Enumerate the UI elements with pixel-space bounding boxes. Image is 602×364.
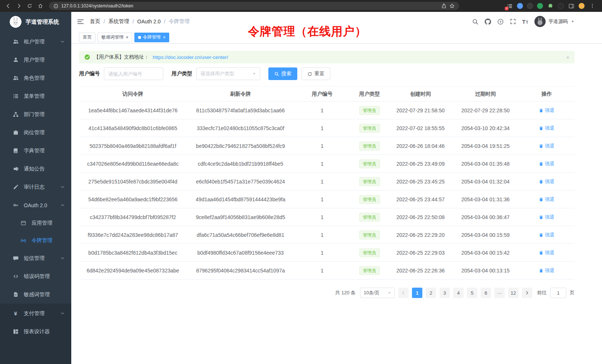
created-time-cell: 2022-06-25 22:50:08 (389, 208, 452, 226)
extension-paw-icon[interactable] (558, 3, 564, 9)
force-logout-button[interactable]: 强退 (539, 107, 554, 114)
prev-page-button[interactable] (398, 288, 409, 298)
refresh-token-cell: 811c530487574fa0af1a59d3abc1aa66 (187, 102, 294, 119)
tab-sensitive-word[interactable]: 敏感词管理× (98, 33, 132, 42)
search-icon[interactable] (472, 19, 478, 25)
fullscreen-icon[interactable] (510, 19, 516, 24)
extension-icon[interactable]: 0 (506, 3, 513, 9)
page-button-12[interactable]: 12 (508, 288, 518, 298)
help-icon[interactable]: ? (497, 19, 504, 25)
github-icon[interactable] (485, 19, 491, 25)
reload-button[interactable] (26, 2, 33, 10)
sidebar-item-oauth2[interactable]: OAuth 2.0 (0, 196, 71, 214)
force-logout-button[interactable]: 强退 (539, 143, 554, 149)
user-type-cell: 管理员 (350, 137, 389, 155)
user-type-cell: 管理员 (350, 173, 389, 191)
sidebar-item-menu[interactable]: 菜单管理 (0, 87, 71, 105)
hamburger-icon[interactable] (77, 19, 84, 24)
sidebar-item-sensitive-word[interactable]: 敏感词管理 (0, 285, 71, 304)
force-logout-button[interactable]: 强退 (539, 161, 554, 167)
home-button[interactable] (37, 2, 44, 10)
breadcrumb: 首页/系统管理/OAuth 2.0/令牌管理 (90, 18, 190, 25)
sidebar-item-error-code[interactable]: 错误码管理 (0, 267, 71, 285)
sidebar-item-dept[interactable]: 部门管理 (0, 105, 71, 123)
action-cell: 强退 (519, 173, 575, 191)
sidebar-item-user[interactable]: 用户管理 (0, 51, 71, 69)
breadcrumb-item[interactable]: 系统管理 (108, 18, 129, 25)
force-logout-button[interactable]: 强退 (539, 232, 554, 238)
page-button-1[interactable]: 1 (412, 288, 422, 298)
url-bar[interactable]: 127.0.0.1:1024/system/oauth2/token (49, 2, 459, 10)
puzzle-icon[interactable] (547, 3, 554, 9)
page-size-select[interactable]: 10条/页 (360, 288, 395, 298)
next-page-button[interactable] (522, 288, 532, 298)
user-id-input[interactable] (104, 67, 163, 80)
forward-button[interactable] (15, 2, 23, 10)
sidebar-item-oauth2-token[interactable]: 令牌管理 (0, 232, 71, 249)
expire-time-cell: 2054-03-04 01:35:48 (452, 155, 519, 173)
tab-close-icon[interactable]: × (126, 35, 128, 40)
back-button[interactable] (4, 2, 12, 10)
user-menu[interactable]: 芋道源码 (534, 16, 575, 27)
bookmark-star-icon[interactable] (449, 3, 455, 9)
user-id-cell: 1 (294, 155, 350, 173)
sidebar-item-tenant[interactable]: 租户管理 (0, 33, 71, 51)
chevron-down-icon (59, 185, 65, 189)
extension-blue-icon[interactable] (517, 3, 523, 9)
trash-icon (539, 144, 543, 148)
page-button-4[interactable]: 4 (453, 288, 464, 298)
tab-token[interactable]: 令牌管理× (134, 33, 169, 42)
sidebar-item-notice[interactable]: 通知公告 (0, 160, 71, 178)
created-time-cell: 2022-06-26 18:04:46 (389, 137, 452, 155)
user-type-tag: 管理员 (359, 231, 380, 239)
breadcrumb-item[interactable]: 首页 (90, 18, 100, 25)
side-panel-icon[interactable] (568, 3, 575, 9)
sidebar-item-pay[interactable]: ¥支付管理 (0, 304, 71, 322)
page-size-value: 10条/页 (364, 290, 379, 296)
user-type-cell: 管理员 (350, 208, 389, 226)
page-button-3[interactable]: 3 (439, 288, 450, 298)
page-button-2[interactable]: 2 (426, 288, 436, 298)
trash-icon (539, 126, 543, 130)
force-logout-button[interactable]: 强退 (539, 125, 554, 132)
browser-menu-icon[interactable] (589, 2, 596, 10)
page-button-5[interactable]: 5 (467, 288, 477, 298)
page-ellipsis[interactable]: ··· (494, 288, 505, 298)
tags-bar: 首页敏感词管理×令牌管理× (71, 31, 602, 44)
force-logout-button[interactable]: 强退 (539, 249, 554, 256)
page-button-6[interactable]: 6 (481, 288, 491, 298)
sidebar-item-audit-log[interactable]: 审计日志 (0, 178, 71, 196)
extension-dark-icon[interactable] (527, 3, 533, 9)
profile-avatar[interactable] (579, 3, 585, 9)
force-logout-label: 强退 (545, 161, 554, 167)
user-id-cell: 1 (294, 102, 350, 119)
alert-close-icon[interactable]: × (566, 54, 569, 60)
reset-button[interactable]: 重置 (301, 67, 330, 80)
force-logout-button[interactable]: 强退 (539, 214, 554, 221)
sidebar-item-post[interactable]: 岗位管理 (0, 123, 71, 142)
force-logout-button[interactable]: 强退 (539, 196, 554, 203)
tab-close-icon[interactable]: × (163, 35, 166, 40)
tab-home[interactable]: 首页 (79, 33, 95, 42)
info-icon[interactable] (53, 4, 58, 9)
trash-icon (539, 162, 543, 166)
search-button[interactable]: 搜索 (268, 67, 297, 80)
font-size-icon[interactable]: TT (522, 19, 528, 24)
doc-link[interactable]: https://doc.iocoder.cn/user-center/ (153, 54, 228, 60)
sidebar-item-dict[interactable]: 字典管理 (0, 142, 71, 160)
user-type-select[interactable]: 请选择用户类型 (196, 67, 260, 80)
breadcrumb-item[interactable]: OAuth 2.0 (137, 19, 161, 24)
pay-icon: ¥ (13, 311, 19, 316)
sidebar-item-oauth2-app[interactable]: 应用管理 (0, 214, 71, 232)
extension-green-icon[interactable] (537, 3, 543, 9)
sidebar-item-role[interactable]: 角色管理 (0, 69, 71, 87)
reset-button-label: 重置 (314, 70, 324, 77)
user-id-cell: 1 (294, 137, 350, 155)
force-logout-button[interactable]: 强退 (539, 178, 554, 185)
force-logout-button[interactable]: 强退 (539, 267, 554, 274)
app-logo[interactable]: 芋道管理系统 (0, 12, 71, 32)
goto-page-input[interactable] (550, 288, 566, 298)
sidebar-item-report-designer[interactable]: 报表设计器 (0, 322, 71, 341)
share-icon[interactable] (441, 3, 446, 9)
sidebar-item-sms[interactable]: 短信管理 (0, 249, 71, 267)
